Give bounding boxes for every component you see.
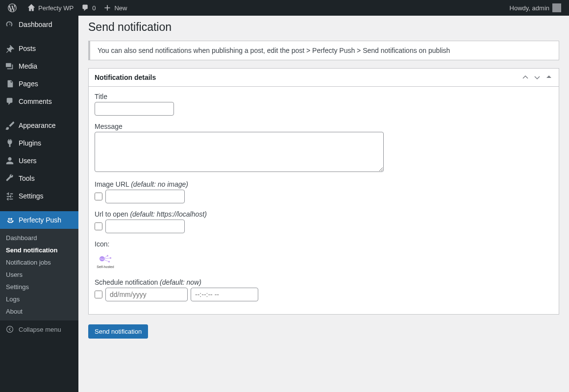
collapse-icon — [5, 324, 15, 334]
comment-icon — [5, 97, 15, 106]
menu-comments[interactable]: Comments — [0, 93, 78, 110]
postbox-header[interactable]: Notification details — [89, 69, 559, 87]
menu-tools[interactable]: Tools — [0, 170, 78, 187]
menu-label: Tools — [19, 174, 35, 182]
submenu-send-notification[interactable]: Send notification — [0, 244, 78, 256]
comments-link[interactable]: 0 — [77, 0, 99, 16]
menu-label: Dashboard — [19, 21, 52, 28]
schedule-date-input[interactable] — [105, 288, 188, 301]
menu-media[interactable]: Media — [0, 57, 78, 75]
menu-label: Appearance — [19, 122, 56, 129]
order-up-icon[interactable] — [521, 74, 529, 80]
svg-text:Push: Push — [100, 258, 104, 260]
menu-label: Users — [19, 157, 37, 165]
menu-appearance[interactable]: Appearance — [0, 117, 78, 134]
dashboard-icon — [5, 20, 15, 29]
menu-users[interactable]: Users — [0, 152, 78, 170]
title-input[interactable] — [95, 102, 174, 116]
media-icon — [5, 61, 15, 71]
info-notice: You can also send notifications when pub… — [88, 41, 559, 60]
smiley-icon — [5, 215, 15, 225]
perfecty-submenu: Dashboard Send notification Notification… — [0, 229, 78, 320]
svg-line-8 — [104, 256, 108, 258]
pin-icon — [5, 44, 15, 53]
svg-point-0 — [8, 219, 9, 220]
message-label: Message — [95, 122, 553, 130]
menu-pages[interactable]: Pages — [0, 75, 78, 93]
toggle-panel-icon[interactable] — [545, 74, 553, 80]
comments-count: 0 — [92, 4, 96, 12]
wordpress-icon — [8, 3, 17, 12]
notice-text: You can also send notifications when pub… — [98, 47, 450, 54]
menu-dashboard[interactable]: Dashboard — [0, 16, 78, 33]
title-label: Title — [95, 93, 553, 100]
schedule-checkbox[interactable] — [95, 291, 102, 298]
menu-posts[interactable]: Posts — [0, 40, 78, 57]
menu-label: Pages — [19, 80, 38, 88]
menu-label: Media — [19, 62, 37, 70]
site-home-link[interactable]: Perfecty WP — [24, 0, 77, 16]
handle-actions — [521, 74, 553, 80]
page-icon — [5, 79, 15, 89]
menu-label: Posts — [19, 45, 36, 52]
plug-icon — [5, 138, 15, 148]
menu-perfecty-push[interactable]: Perfecty Push — [0, 211, 78, 229]
menu-settings[interactable]: Settings — [0, 187, 78, 205]
avatar — [552, 3, 561, 12]
message-textarea[interactable] — [95, 132, 384, 172]
send-notification-button[interactable]: Send notification — [88, 324, 148, 339]
comment-icon — [81, 4, 89, 12]
url-to-open-checkbox[interactable] — [95, 222, 102, 230]
new-content-link[interactable]: New — [99, 0, 131, 16]
menu-label: Settings — [19, 192, 44, 200]
user-icon — [5, 156, 15, 166]
page-title: Send notification — [88, 21, 559, 34]
home-icon — [27, 4, 35, 12]
new-label: New — [114, 4, 127, 12]
plus-icon — [103, 4, 111, 12]
brush-icon — [5, 121, 15, 130]
svg-line-9 — [105, 258, 111, 259]
collapse-menu[interactable]: Collapse menu — [0, 320, 78, 338]
submenu-settings[interactable]: Settings — [0, 281, 78, 293]
image-url-checkbox[interactable] — [95, 193, 102, 200]
icon-label: Icon: — [95, 240, 553, 248]
wrench-icon — [5, 173, 15, 183]
menu-label: Perfecty Push — [19, 216, 61, 224]
slider-icon — [5, 191, 15, 201]
schedule-label: Schedule notification (default: now) — [95, 278, 553, 286]
menu-label: Comments — [19, 98, 52, 105]
submenu-about[interactable]: About — [0, 305, 78, 318]
icon-preview: Push Self-hosted — [95, 250, 116, 271]
wp-logo[interactable] — [4, 0, 24, 16]
submenu-logs[interactable]: Logs — [0, 293, 78, 305]
url-to-open-input[interactable] — [105, 220, 185, 233]
howdy-text: Howdy, admin — [510, 4, 549, 12]
image-url-label: Image URL (default: no image) — [95, 180, 553, 188]
url-to-open-label: Url to open (default: https://localhost) — [95, 210, 553, 218]
submenu-dashboard[interactable]: Dashboard — [0, 232, 78, 244]
order-down-icon[interactable] — [533, 74, 541, 80]
menu-plugins[interactable]: Plugins — [0, 134, 78, 152]
submenu-notification-jobs[interactable]: Notification jobs — [0, 256, 78, 269]
site-name: Perfecty WP — [38, 4, 74, 12]
collapse-label: Collapse menu — [19, 326, 61, 333]
notification-details-box: Notification details Title Message — [88, 68, 559, 315]
menu-label: Plugins — [19, 139, 41, 147]
svg-line-10 — [104, 260, 109, 262]
submenu-users[interactable]: Users — [0, 269, 78, 281]
svg-point-2 — [7, 326, 13, 333]
svg-point-1 — [11, 219, 12, 220]
schedule-time-input[interactable] — [191, 288, 258, 301]
postbox-title: Notification details — [95, 74, 156, 81]
image-url-input[interactable] — [105, 190, 185, 203]
my-account-link[interactable]: Howdy, admin — [506, 0, 565, 16]
